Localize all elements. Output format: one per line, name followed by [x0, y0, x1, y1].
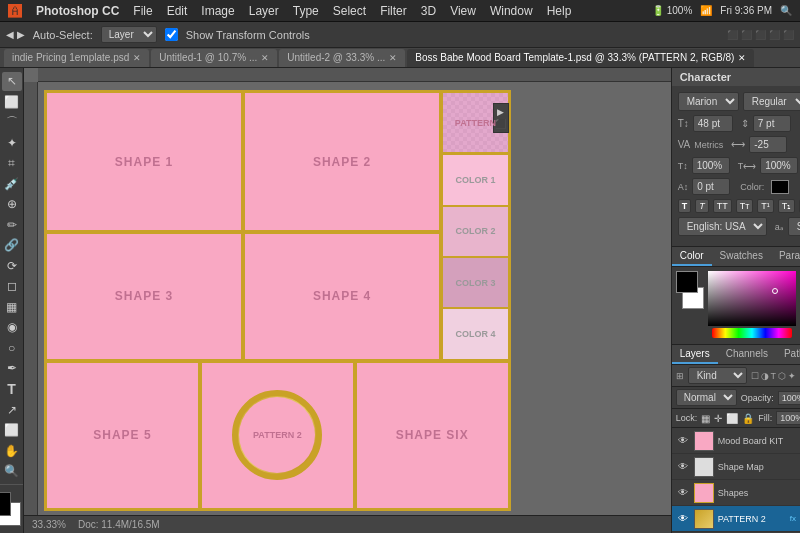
tab-untitled1[interactable]: Untitled-1 @ 10.7% ... ✕ — [151, 49, 277, 67]
show-transform-checkbox[interactable] — [165, 28, 178, 41]
lock-pixels-icon[interactable]: ▦ — [701, 413, 710, 424]
font-family-select[interactable]: Marion — [678, 92, 739, 111]
tool-eyedropper[interactable]: 💉 — [2, 175, 22, 194]
tab-swatches[interactable]: Swatches — [712, 247, 771, 266]
lock-artboards-icon[interactable]: ⬜ — [726, 413, 738, 424]
close-tab-icon[interactable]: ✕ — [133, 53, 141, 63]
bold-btn[interactable]: T — [678, 199, 692, 213]
small-caps-btn[interactable]: Tт — [736, 199, 754, 213]
shape-filter-icon[interactable]: ⬡ — [778, 371, 786, 381]
visibility-icon[interactable]: 👁 — [676, 486, 690, 500]
smart-filter-icon[interactable]: ✦ — [788, 371, 796, 381]
visibility-icon[interactable]: 👁 — [676, 512, 690, 526]
tool-heal[interactable]: ⊕ — [2, 195, 22, 214]
arrows-icon-2[interactable]: ⬛ — [495, 119, 506, 129]
tool-clone[interactable]: 🔗 — [2, 236, 22, 255]
anti-alias-select[interactable]: Sharp — [788, 217, 800, 236]
tool-shape[interactable]: ⬜ — [2, 421, 22, 440]
fill-input[interactable] — [776, 411, 800, 425]
layer-moodboard-kit[interactable]: 👁 Mood Board KIT — [672, 428, 800, 454]
close-tab-icon-4[interactable]: ✕ — [738, 53, 746, 63]
blend-mode-select[interactable]: Normal — [676, 389, 737, 406]
menu-filter[interactable]: Filter — [380, 4, 407, 18]
fg-color[interactable] — [676, 271, 698, 293]
baseline-input[interactable] — [692, 178, 730, 195]
color-cursor[interactable] — [772, 288, 778, 294]
hue-slider[interactable] — [712, 328, 792, 338]
scale-h-input[interactable] — [760, 157, 798, 174]
align-icon-3[interactable]: ⬛ — [755, 30, 766, 40]
tool-eraser[interactable]: ◻ — [2, 277, 22, 296]
foreground-color-box[interactable] — [0, 492, 11, 516]
tab-bossbabe[interactable]: Boss Babe Mood Board Template-1.psd @ 33… — [407, 49, 754, 67]
italic-btn[interactable]: T — [695, 199, 709, 213]
layer-kind-select[interactable]: Kind — [688, 367, 747, 384]
align-icon-5[interactable]: ⬛ — [783, 30, 794, 40]
lock-all-icon[interactable]: 🔒 — [742, 413, 754, 424]
tool-pen[interactable]: ✒ — [2, 359, 22, 378]
search-icon[interactable]: 🔍 — [780, 5, 792, 16]
color-picker[interactable] — [708, 271, 796, 340]
opacity-input[interactable] — [778, 391, 800, 405]
tool-blur[interactable]: ◉ — [2, 318, 22, 337]
caps-btn[interactable]: TT — [713, 199, 732, 213]
font-size-input[interactable] — [693, 115, 733, 132]
menu-select[interactable]: Select — [333, 4, 366, 18]
tab-channels[interactable]: Channels — [718, 345, 776, 364]
visibility-icon[interactable]: 👁 — [676, 434, 690, 448]
tool-text[interactable]: T — [2, 380, 22, 399]
visibility-icon[interactable]: 👁 — [676, 460, 690, 474]
auto-select-dropdown[interactable]: Layer Group — [101, 26, 157, 43]
color-gradient-field[interactable] — [708, 271, 796, 326]
back-button[interactable]: ◀ ▶ — [6, 29, 25, 40]
align-icon-2[interactable]: ⬛ — [741, 30, 752, 40]
font-style-select[interactable]: Regular — [743, 92, 800, 111]
layer-pattern2[interactable]: 👁 PATTERN 2 fx — [672, 506, 800, 532]
menu-image[interactable]: Image — [201, 4, 234, 18]
layer-shapes[interactable]: 👁 Shapes — [672, 480, 800, 506]
tracking-input[interactable] — [749, 136, 787, 153]
tool-dodge[interactable]: ○ — [2, 339, 22, 358]
tool-zoom[interactable]: 🔍 — [2, 462, 22, 481]
tab-paragraph[interactable]: Paragraph — [771, 247, 800, 266]
menu-file[interactable]: File — [133, 4, 152, 18]
sub-btn[interactable]: T₁ — [778, 199, 796, 213]
adj-filter-icon[interactable]: ◑ — [761, 371, 769, 381]
lock-position-icon[interactable]: ✛ — [714, 413, 722, 424]
language-select[interactable]: English: USA — [678, 217, 767, 236]
arrows-icon[interactable]: ▶ — [497, 107, 504, 117]
menu-window[interactable]: Window — [490, 4, 533, 18]
tool-history[interactable]: ⟳ — [2, 257, 22, 276]
type-filter-icon[interactable]: T — [771, 371, 777, 381]
menu-3d[interactable]: 3D — [421, 4, 436, 18]
tab-untitled2[interactable]: Untitled-2 @ 33.3% ... ✕ — [279, 49, 405, 67]
tab-paths[interactable]: Paths — [776, 345, 800, 364]
menu-view[interactable]: View — [450, 4, 476, 18]
tab-color[interactable]: Color — [672, 247, 712, 266]
tool-lasso[interactable]: ⌒ — [2, 113, 22, 132]
layer-shape-map[interactable]: 👁 Shape Map — [672, 454, 800, 480]
close-tab-icon-3[interactable]: ✕ — [389, 53, 397, 63]
align-icon-4[interactable]: ⬛ — [769, 30, 780, 40]
menu-layer[interactable]: Layer — [249, 4, 279, 18]
menu-type[interactable]: Type — [293, 4, 319, 18]
menu-photoshop[interactable]: Photoshop CC — [36, 4, 119, 18]
tab-pricing[interactable]: indie Pricing 1emplate.psd ✕ — [4, 49, 149, 67]
tool-path-select[interactable]: ↗ — [2, 400, 22, 419]
canvas-document[interactable]: SHAPE 1 SHAPE 2 PATTERN COLOR — [44, 90, 511, 511]
pixel-filter-icon[interactable]: ☐ — [751, 371, 759, 381]
align-icon-1[interactable]: ⬛ — [727, 30, 738, 40]
tool-crop[interactable]: ⌗ — [2, 154, 22, 173]
tool-brush[interactable]: ✏ — [2, 216, 22, 235]
tool-hand[interactable]: ✋ — [2, 441, 22, 460]
super-btn[interactable]: T¹ — [757, 199, 774, 213]
menu-edit[interactable]: Edit — [167, 4, 188, 18]
close-tab-icon-2[interactable]: ✕ — [261, 53, 269, 63]
tool-gradient[interactable]: ▦ — [2, 298, 22, 317]
tab-layers[interactable]: Layers — [672, 345, 718, 364]
menu-help[interactable]: Help — [547, 4, 572, 18]
tool-quick-select[interactable]: ✦ — [2, 134, 22, 153]
scale-v-input[interactable] — [692, 157, 730, 174]
text-color-box[interactable] — [771, 180, 789, 194]
leading-input[interactable] — [753, 115, 791, 132]
